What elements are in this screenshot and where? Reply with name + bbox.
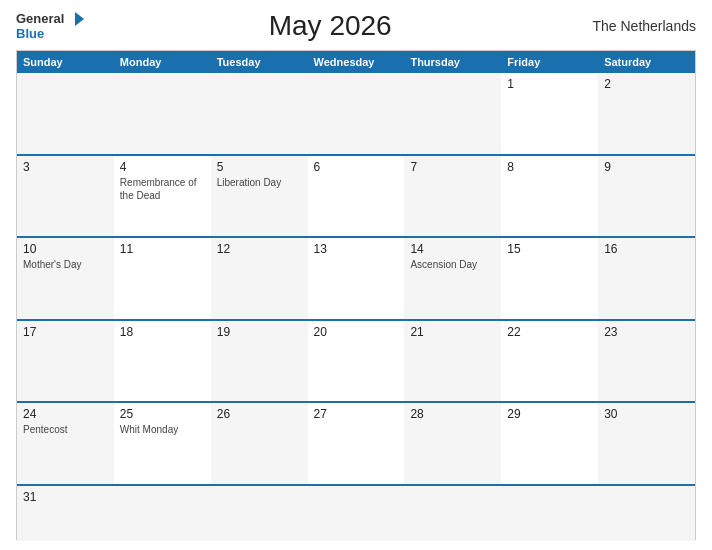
- calendar-cell-5-4: [404, 486, 501, 541]
- calendar-week-1: 34Remembrance of the Dead5Liberation Day…: [17, 154, 695, 237]
- day-number: 8: [507, 160, 592, 174]
- event-label: Ascension Day: [410, 258, 495, 271]
- day-number: 18: [120, 325, 205, 339]
- day-number: 25: [120, 407, 205, 421]
- calendar-cell-5-5: [501, 486, 598, 541]
- calendar-cell-4-6: 30: [598, 403, 695, 484]
- event-label: Mother's Day: [23, 258, 108, 271]
- calendar-cell-3-5: 22: [501, 321, 598, 402]
- calendar-cell-5-1: [114, 486, 211, 541]
- calendar-cell-2-4: 14Ascension Day: [404, 238, 501, 319]
- calendar-cell-0-6: 2: [598, 73, 695, 154]
- header-day-wednesday: Wednesday: [308, 51, 405, 73]
- calendar-body: 1234Remembrance of the Dead5Liberation D…: [17, 73, 695, 539]
- day-number: 19: [217, 325, 302, 339]
- day-number: 3: [23, 160, 108, 174]
- calendar-cell-4-1: 25Whit Monday: [114, 403, 211, 484]
- calendar-cell-3-0: 17: [17, 321, 114, 402]
- calendar-week-4: 24Pentecost25Whit Monday2627282930: [17, 401, 695, 484]
- calendar-cell-1-6: 9: [598, 156, 695, 237]
- day-number: 20: [314, 325, 399, 339]
- logo-flag-icon: [66, 12, 84, 26]
- calendar-cell-3-1: 18: [114, 321, 211, 402]
- day-number: 12: [217, 242, 302, 256]
- day-number: 22: [507, 325, 592, 339]
- day-number: 4: [120, 160, 205, 174]
- logo: General Blue: [16, 11, 84, 41]
- calendar-cell-4-0: 24Pentecost: [17, 403, 114, 484]
- event-label: Whit Monday: [120, 423, 205, 436]
- day-number: 15: [507, 242, 592, 256]
- day-number: 11: [120, 242, 205, 256]
- svg-marker-0: [75, 12, 84, 26]
- calendar-cell-1-5: 8: [501, 156, 598, 237]
- event-label: Pentecost: [23, 423, 108, 436]
- calendar-cell-0-2: [211, 73, 308, 154]
- day-number: 24: [23, 407, 108, 421]
- event-label: Liberation Day: [217, 176, 302, 189]
- calendar-week-5: 31: [17, 484, 695, 539]
- calendar-header: SundayMondayTuesdayWednesdayThursdayFrid…: [17, 51, 695, 73]
- calendar-cell-0-3: [308, 73, 405, 154]
- calendar-week-0: 12: [17, 73, 695, 154]
- calendar-cell-1-2: 5Liberation Day: [211, 156, 308, 237]
- calendar-cell-1-0: 3: [17, 156, 114, 237]
- calendar-cell-2-6: 16: [598, 238, 695, 319]
- day-number: 31: [23, 490, 108, 504]
- day-number: 10: [23, 242, 108, 256]
- page: General Blue May 2026 The Netherlands Su…: [0, 0, 712, 550]
- day-number: 1: [507, 77, 592, 91]
- calendar-cell-5-0: 31: [17, 486, 114, 541]
- header-day-monday: Monday: [114, 51, 211, 73]
- calendar: SundayMondayTuesdayWednesdayThursdayFrid…: [16, 50, 696, 540]
- calendar-cell-0-5: 1: [501, 73, 598, 154]
- calendar-week-2: 10Mother's Day11121314Ascension Day1516: [17, 236, 695, 319]
- calendar-cell-5-2: [211, 486, 308, 541]
- calendar-cell-1-4: 7: [404, 156, 501, 237]
- calendar-cell-4-4: 28: [404, 403, 501, 484]
- day-number: 13: [314, 242, 399, 256]
- day-number: 2: [604, 77, 689, 91]
- header-day-tuesday: Tuesday: [211, 51, 308, 73]
- logo-general-text: General: [16, 11, 64, 26]
- day-number: 21: [410, 325, 495, 339]
- day-number: 7: [410, 160, 495, 174]
- header: General Blue May 2026 The Netherlands: [16, 10, 696, 42]
- day-number: 28: [410, 407, 495, 421]
- calendar-cell-3-6: 23: [598, 321, 695, 402]
- day-number: 23: [604, 325, 689, 339]
- calendar-cell-4-5: 29: [501, 403, 598, 484]
- calendar-cell-2-5: 15: [501, 238, 598, 319]
- calendar-cell-3-4: 21: [404, 321, 501, 402]
- calendar-cell-0-1: [114, 73, 211, 154]
- calendar-cell-3-3: 20: [308, 321, 405, 402]
- country-label: The Netherlands: [576, 18, 696, 34]
- day-number: 14: [410, 242, 495, 256]
- day-number: 26: [217, 407, 302, 421]
- calendar-cell-2-2: 12: [211, 238, 308, 319]
- calendar-cell-1-3: 6: [308, 156, 405, 237]
- day-number: 16: [604, 242, 689, 256]
- calendar-week-3: 17181920212223: [17, 319, 695, 402]
- calendar-cell-2-1: 11: [114, 238, 211, 319]
- calendar-cell-1-1: 4Remembrance of the Dead: [114, 156, 211, 237]
- calendar-cell-5-3: [308, 486, 405, 541]
- day-number: 17: [23, 325, 108, 339]
- calendar-title: May 2026: [269, 10, 392, 42]
- header-day-saturday: Saturday: [598, 51, 695, 73]
- calendar-cell-4-3: 27: [308, 403, 405, 484]
- calendar-cell-4-2: 26: [211, 403, 308, 484]
- header-day-friday: Friday: [501, 51, 598, 73]
- calendar-cell-2-3: 13: [308, 238, 405, 319]
- day-number: 27: [314, 407, 399, 421]
- calendar-cell-2-0: 10Mother's Day: [17, 238, 114, 319]
- calendar-cell-0-0: [17, 73, 114, 154]
- calendar-cell-3-2: 19: [211, 321, 308, 402]
- day-number: 6: [314, 160, 399, 174]
- day-number: 29: [507, 407, 592, 421]
- day-number: 9: [604, 160, 689, 174]
- calendar-cell-0-4: [404, 73, 501, 154]
- calendar-cell-5-6: [598, 486, 695, 541]
- day-number: 30: [604, 407, 689, 421]
- event-label: Remembrance of the Dead: [120, 176, 205, 202]
